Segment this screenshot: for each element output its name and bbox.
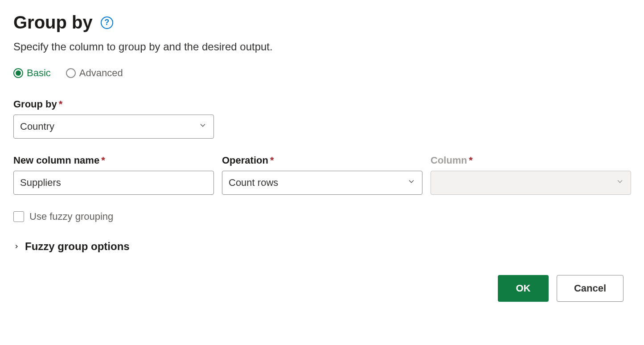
radio-inner-dot xyxy=(16,70,21,76)
group-by-label-text: Group by xyxy=(13,99,57,110)
aggregation-row: New column name* Operation* Count rows C… xyxy=(13,155,631,195)
required-asterisk: * xyxy=(101,155,105,166)
help-icon[interactable]: ? xyxy=(101,16,113,29)
cancel-button[interactable]: Cancel xyxy=(557,275,623,302)
new-column-label-text: New column name xyxy=(13,155,99,166)
ok-button-label: OK xyxy=(516,283,531,294)
dialog-subtitle: Specify the column to group by and the d… xyxy=(13,41,631,53)
cancel-button-label: Cancel xyxy=(574,283,606,294)
required-asterisk: * xyxy=(270,155,274,166)
new-column-label: New column name* xyxy=(13,155,214,166)
fuzzy-options-expander[interactable]: Fuzzy group options xyxy=(13,240,631,253)
column-label-text: Column xyxy=(431,155,467,166)
fuzzy-expander-label: Fuzzy group options xyxy=(25,240,130,253)
chevron-down-icon xyxy=(198,121,207,132)
column-field: Column* xyxy=(431,155,631,195)
group-by-field: Group by* Country xyxy=(13,99,214,139)
radio-circle-icon xyxy=(13,68,23,78)
operation-label: Operation* xyxy=(222,155,422,166)
group-by-label: Group by* xyxy=(13,99,214,110)
checkbox-icon xyxy=(13,211,24,222)
group-by-select[interactable]: Country xyxy=(13,115,214,139)
radio-circle-icon xyxy=(66,68,76,78)
radio-basic[interactable]: Basic xyxy=(13,67,51,79)
group-by-value: Country xyxy=(20,121,54,132)
operation-field: Operation* Count rows xyxy=(222,155,422,195)
chevron-down-icon xyxy=(407,177,416,189)
help-icon-glyph: ? xyxy=(104,18,109,27)
radio-basic-label: Basic xyxy=(27,67,51,79)
column-select xyxy=(431,171,631,195)
radio-advanced-label: Advanced xyxy=(79,67,123,79)
new-column-input[interactable] xyxy=(13,171,214,195)
operation-value: Count rows xyxy=(229,177,278,189)
dialog-buttons: OK Cancel xyxy=(13,275,631,302)
dialog-header: Group by ? xyxy=(13,12,631,33)
chevron-down-icon xyxy=(615,177,624,189)
mode-radio-group: Basic Advanced xyxy=(13,67,631,79)
chevron-right-icon xyxy=(13,242,20,252)
required-asterisk: * xyxy=(469,155,473,166)
fuzzy-grouping-checkbox[interactable]: Use fuzzy grouping xyxy=(13,211,631,222)
dialog-title: Group by xyxy=(13,12,93,33)
operation-label-text: Operation xyxy=(222,155,268,166)
operation-select[interactable]: Count rows xyxy=(222,171,422,195)
new-column-field: New column name* xyxy=(13,155,214,195)
column-label: Column* xyxy=(431,155,631,166)
radio-advanced[interactable]: Advanced xyxy=(66,67,123,79)
fuzzy-checkbox-label: Use fuzzy grouping xyxy=(29,211,113,222)
ok-button[interactable]: OK xyxy=(498,275,549,302)
required-asterisk: * xyxy=(59,99,63,110)
